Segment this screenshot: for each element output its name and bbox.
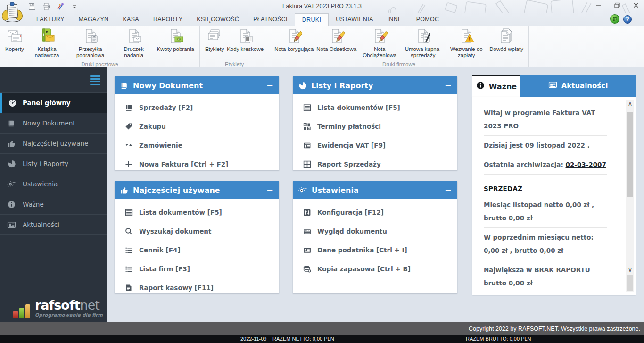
rafsoft-logo[interactable]: rafsoftnet Oprogramowanie dla firm	[13, 299, 103, 318]
scroll-up-icon[interactable]: ∧	[626, 100, 634, 107]
przesylka-pobraniowa-button[interactable]: Przesyłka pobraniowa	[69, 27, 112, 59]
item-lista-dokumentow[interactable]: Lista dokumentów [F5]	[293, 98, 457, 117]
panel-header: Nowy Dokument −	[115, 76, 279, 94]
tab-magazyn[interactable]: MAGAZYN	[72, 13, 116, 26]
dowod-wplaty-button[interactable]: Dowód wpłaty	[488, 27, 525, 53]
document-envelope-icon	[126, 28, 142, 46]
list-icon	[125, 246, 139, 254]
tab-inne[interactable]: INNE	[380, 13, 409, 26]
tab-platnosci[interactable]: PŁATNOŚCI	[246, 13, 295, 26]
kody-kreskowe-button[interactable]: Kody kreskowe	[225, 27, 265, 53]
status-brutto: RAZEM BRUTTO: 0,00 PLN	[466, 336, 531, 342]
scrollbar-thumb[interactable]	[627, 112, 633, 197]
tab-druki[interactable]: DRUKI	[295, 13, 329, 26]
collapse-button[interactable]: −	[266, 186, 273, 194]
ribbon-group-druki-firmowe: Nota korygująca Nota Odsetkowa Nota Obci…	[269, 26, 529, 67]
panel-ustawienia: Ustawienia − Konfiguracja [F12] Wygląd d…	[293, 181, 457, 293]
card-lines-icon	[303, 142, 317, 150]
koperty-button[interactable]: Koperty	[4, 27, 25, 53]
scrollbar[interactable]: ∧ ∨	[626, 100, 634, 292]
sidebar-item-aktualnosci[interactable]: Aktualności	[0, 215, 107, 235]
item-wyszukaj-dokument[interactable]: Wyszukaj dokument	[115, 222, 279, 241]
item-lista-firm[interactable]: Lista firm [F3]	[115, 259, 279, 278]
scroll-down-icon[interactable]: ∨	[626, 266, 634, 273]
pie-chart-icon	[0, 160, 23, 168]
item-raport-kasowy[interactable]: Raport kasowy [F11]	[115, 278, 279, 297]
tab-faktury[interactable]: FAKTURY	[29, 13, 72, 26]
ksiazka-nadawcza-button[interactable]: Książka nadawcza	[25, 27, 69, 59]
thumb-up-icon	[0, 140, 23, 148]
sidebar-item-najczesciej-uzywane[interactable]: Najczęściej używane	[0, 134, 107, 154]
item-raport-sprzedazy[interactable]: Raport Sprzedaży	[293, 155, 457, 174]
group-label-druki-firmowe: Druki firmowe	[269, 61, 528, 67]
tab-kasa[interactable]: KASA	[116, 13, 146, 26]
item-dane-podatnika[interactable]: Dane podatnika [Ctrl + I]	[293, 241, 457, 259]
globe-status-icon[interactable]	[610, 14, 619, 24]
info-icon	[0, 201, 23, 209]
tab-ustawienia[interactable]: USTAWIENIA	[329, 13, 380, 26]
close-button[interactable]	[632, 2, 640, 8]
tab-pomoc[interactable]: POMOC	[409, 13, 446, 26]
wezwanie-do-zaplaty-button[interactable]: ! Wezwanie do zapłaty	[445, 27, 488, 59]
item-sprzedazy[interactable]: Sprzedaży [F2]	[115, 98, 279, 117]
item-konfiguracja[interactable]: Konfiguracja [F12]	[293, 203, 457, 222]
list-icon	[125, 265, 139, 273]
thumb-up-icon	[120, 186, 128, 194]
dashboard: Nowy Dokument − Sprzedaży [F2] Zakupu Za…	[107, 67, 644, 322]
search-icon	[125, 227, 139, 235]
group-label-druki-pocztowe: Druki pocztowe	[0, 61, 199, 67]
item-zamowienie[interactable]: Zamówienie	[115, 136, 279, 155]
tab-aktualnosci[interactable]: Aktualności	[520, 75, 636, 97]
sidebar-item-wazne[interactable]: Ważne	[0, 194, 107, 215]
info-panel-tabs: Ważne Aktualności	[472, 75, 636, 97]
sidebar-item-nowy-dokument[interactable]: Nowy Dokument	[0, 113, 107, 134]
quick-access-dropdown[interactable]	[70, 2, 79, 11]
item-cennik[interactable]: Cennik [F4]	[115, 241, 279, 259]
customize-brush-button[interactable]	[56, 2, 65, 11]
menu-hamburger-icon[interactable]	[90, 75, 100, 84]
nota-korygujaca-button[interactable]: Nota korygująca	[273, 27, 315, 53]
barcode-icon	[237, 28, 253, 46]
sidebar-item-ustawienia[interactable]: Ustawienia	[0, 174, 107, 194]
nota-obciazeniowa-button[interactable]: Nota Obciążeniowa	[358, 27, 401, 59]
labels-icon	[206, 28, 223, 46]
keyboard-icon	[303, 227, 317, 235]
etykiety-button[interactable]: Etykiety	[204, 27, 225, 53]
item-zakupu[interactable]: Zakupu	[115, 117, 279, 136]
qr-squares-icon	[303, 123, 317, 130]
tab-ksiegowosc[interactable]: KSIĘGOWOŚĆ	[190, 13, 246, 26]
svg-text:$: $	[178, 38, 180, 41]
help-icon[interactable]: ?	[623, 15, 632, 24]
restore-button[interactable]	[613, 2, 621, 8]
archive-date-link[interactable]: 02-03-2007	[566, 161, 606, 168]
item-kopia-zapasowa[interactable]: Kopia zapasowa [Ctrl + B]	[293, 259, 457, 278]
app-icon[interactable]	[2, 1, 23, 22]
collapse-button[interactable]: −	[266, 81, 273, 90]
copyright-text: Copyright 2022 by RAFSOFT.NET. Wszystkie…	[469, 326, 640, 332]
save-button[interactable]	[27, 2, 37, 11]
gears-icon	[0, 180, 23, 188]
sales-line-3: Największa w BRAK RAPORTU brutto 0,00 zł	[484, 260, 607, 293]
kwoty-pobrania-button[interactable]: $ Kwoty pobrania	[156, 27, 196, 53]
nota-odsetkowa-button[interactable]: Nota Odsetkowa	[315, 27, 358, 53]
sidebar-item-panel-glowny[interactable]: Panel główny	[0, 93, 107, 113]
item-lista-dokumentow[interactable]: Lista dokumentów [F5]	[115, 203, 279, 222]
item-nowa-faktura[interactable]: Nowa Faktura [Ctrl + F2]	[115, 155, 279, 174]
print-button[interactable]	[41, 2, 51, 11]
minimize-button[interactable]	[594, 2, 603, 8]
item-ewidencja-vat[interactable]: Ewidencja VAT [F9]	[293, 136, 457, 155]
book-icon	[120, 82, 128, 90]
status-netto: RAZEM NETTO: 0,00 PLN	[272, 336, 334, 342]
tab-raporty[interactable]: RAPORTY	[146, 13, 190, 26]
documents-clipboard-icon	[83, 28, 99, 46]
menu-tab-row: FAKTURY MAGAZYN KASA RAPORTY KSIĘGOWOŚĆ …	[0, 13, 644, 26]
collapse-button[interactable]: −	[445, 81, 452, 90]
sidebar-item-listy-i-raporty[interactable]: Listy i Raporty	[0, 154, 107, 174]
item-wyglad-dokumentu[interactable]: Wygląd dokumentu	[293, 222, 457, 241]
druczek-nadania-button[interactable]: Druczek nadania	[112, 27, 156, 59]
item-terminy-platnosci[interactable]: Terminy płatności	[293, 117, 457, 136]
tab-wazne[interactable]: Ważne	[472, 75, 520, 97]
collapse-button[interactable]: −	[445, 186, 452, 194]
quick-access-toolbar	[27, 2, 79, 11]
umowa-kupna-sprzedazy-button[interactable]: Umowa kupna-sprzedaży	[401, 27, 445, 59]
